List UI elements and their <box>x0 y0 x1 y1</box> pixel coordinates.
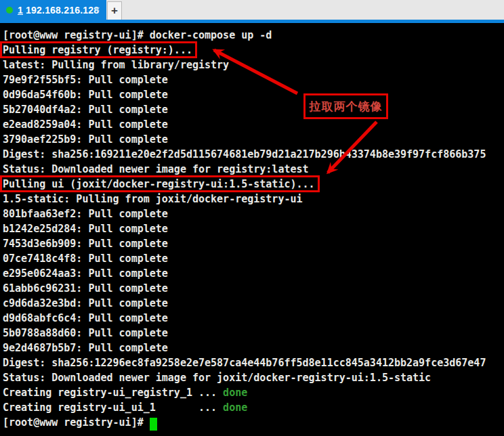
terminal-text: 5b0788a88d60: Pull complete <box>3 327 168 339</box>
terminal-line: 0d96da54f60b: Pull complete <box>3 87 504 102</box>
terminal-line: 3790aef225b9: Pull complete <box>3 132 504 147</box>
terminal-line: b1242e25d284: Pull complete <box>3 221 504 236</box>
terminal-text: Creating registry-ui_ui_1 ... <box>3 401 223 414</box>
terminal-line: 7453d3e6b909: Pull complete <box>3 236 504 251</box>
terminal-text: done <box>223 401 247 414</box>
terminal-line: Pulling ui (joxit/docker-registry-ui:1.5… <box>3 177 504 192</box>
terminal-text: [root@www registry-ui]# <box>3 416 150 429</box>
session-tab-host: 192.168.216.128 <box>23 5 99 16</box>
terminal-text: Pulling registry (registry:)... <box>3 44 192 56</box>
terminal-line: Creating registry-ui_registry_1 ... done <box>3 385 504 400</box>
terminal-text: c9d6da32e3bd: Pull complete <box>3 297 168 309</box>
terminal-line: 9e2d4687b5b7: Pull complete <box>3 341 504 355</box>
terminal-line: Pulling registry (registry:)... <box>3 43 504 58</box>
terminal-text: 0d96da54f60b: Pull complete <box>3 89 168 101</box>
terminal-text: 801bfaa63ef2: Pull complete <box>3 208 168 220</box>
terminal-text: [root@www registry-ui]# docker-compose u… <box>3 29 272 41</box>
terminal-text: 61abb6c96231: Pull complete <box>3 282 168 295</box>
terminal-text: Digest: sha256:12296ec8fa9258e2e7e587ca4… <box>3 357 486 369</box>
plus-icon: + <box>111 4 118 18</box>
annotation-callout-box: 拉取两个镜像 <box>303 93 388 119</box>
terminal-line: latest: Pulling from library/registry <box>3 58 504 72</box>
session-status-dot-icon <box>6 7 13 14</box>
terminal-line: Digest: sha256:169211e20e2f2d5d115674681… <box>3 147 504 162</box>
terminal-line: 801bfaa63ef2: Pull complete <box>3 206 504 221</box>
terminal-line: 07ce7418c4f8: Pull complete <box>3 251 504 266</box>
terminal-text: Status: Downloaded newer image for regis… <box>3 163 309 175</box>
terminal-text: 1.5-static: Pulling from joxit/docker-re… <box>3 193 303 205</box>
annotation-label: 拉取两个镜像 <box>310 99 383 114</box>
terminal-line: 1.5-static: Pulling from joxit/docker-re… <box>3 192 504 206</box>
terminal-text: 79e9f2f55bf5: Pull complete <box>3 74 168 86</box>
terminal-text: Creating registry-ui_registry_1 ... <box>3 387 223 399</box>
close-tab-icon[interactable]: × <box>93 5 102 14</box>
terminal-line: d9d68abfc6c4: Pull complete <box>3 311 504 326</box>
highlight-box: Pulling registry (registry:)... <box>3 43 192 58</box>
terminal-output[interactable]: [root@www registry-ui]# docker-compose u… <box>0 23 504 436</box>
session-tab[interactable]: 1 192.168.216.128 × <box>0 0 106 20</box>
terminal-line: Creating registry-ui_ui_1 ... done <box>3 400 504 415</box>
terminal-text: e2ead8259a04: Pull complete <box>3 118 168 131</box>
terminal-text: d9d68abfc6c4: Pull complete <box>3 312 168 324</box>
terminal-text: 5b27040df4a2: Pull complete <box>3 104 168 116</box>
terminal-text: e295e0624aa3: Pull complete <box>3 267 168 280</box>
terminal-text: Status: Downloaded newer image for joxit… <box>3 372 431 384</box>
terminal-text: 9e2d4687b5b7: Pull complete <box>3 342 168 354</box>
terminal-line: [root@www registry-ui]# docker-compose u… <box>3 28 504 43</box>
highlight-box: Pulling ui (joxit/docker-registry-ui:1.5… <box>3 177 315 192</box>
terminal-line: 79e9f2f55bf5: Pull complete <box>3 72 504 87</box>
terminal-line: 5b27040df4a2: Pull complete <box>3 102 504 117</box>
terminal-text: latest: Pulling from library/registry <box>3 59 229 71</box>
terminal-text: 7453d3e6b909: Pull complete <box>3 238 168 250</box>
terminal-text: 07ce7418c4f8: Pull complete <box>3 253 168 265</box>
terminal-line: Digest: sha256:12296ec8fa9258e2e7e587ca4… <box>3 355 504 370</box>
tab-bar: 1 192.168.216.128 × + <box>0 0 504 20</box>
terminal-text: Digest: sha256:169211e20e2f2d5d115674681… <box>3 148 486 160</box>
terminal-line: Status: Downloaded newer image for joxit… <box>3 370 504 385</box>
terminal-text: 3790aef225b9: Pull complete <box>3 133 168 146</box>
terminal-line: 61abb6c96231: Pull complete <box>3 281 504 296</box>
terminal-text: b1242e25d284: Pull complete <box>3 223 168 235</box>
terminal-line: e295e0624aa3: Pull complete <box>3 266 504 281</box>
terminal-line: 5b0788a88d60: Pull complete <box>3 326 504 341</box>
session-tab-index: 1 <box>18 5 23 16</box>
terminal-line: [root@www registry-ui]# <box>3 415 504 430</box>
new-tab-button[interactable]: + <box>107 1 122 20</box>
terminal-cursor <box>150 418 157 431</box>
terminal-text: Pulling ui (joxit/docker-registry-ui:1.5… <box>3 178 315 190</box>
terminal-text: done <box>223 387 247 399</box>
terminal-line: Status: Downloaded newer image for regis… <box>3 162 504 177</box>
terminal-line: e2ead8259a04: Pull complete <box>3 117 504 132</box>
session-tab-label: 1 192.168.216.128 <box>18 5 99 16</box>
terminal-line: c9d6da32e3bd: Pull complete <box>3 296 504 311</box>
